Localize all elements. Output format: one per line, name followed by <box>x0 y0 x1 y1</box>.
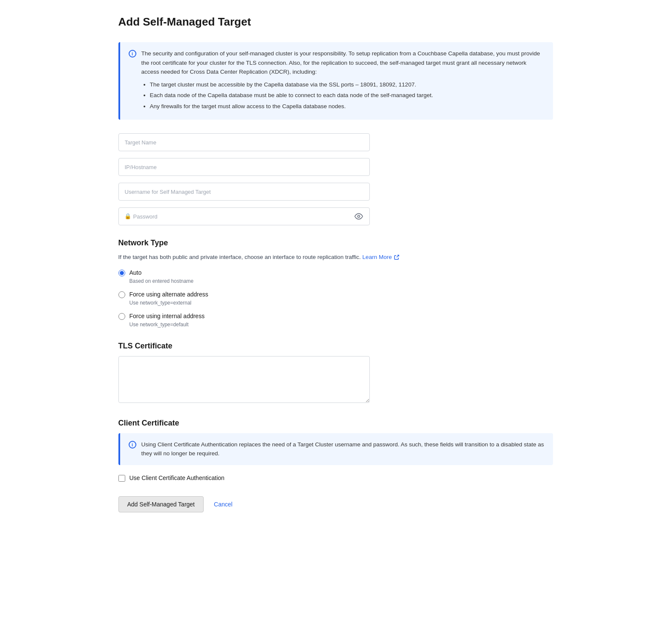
username-input[interactable] <box>118 183 370 201</box>
svg-point-0 <box>357 215 360 217</box>
password-input[interactable] <box>118 207 370 225</box>
tls-certificate-section: TLS Certificate <box>118 340 553 405</box>
client-certificate-title: Client Certificate <box>118 417 553 429</box>
password-group: 🔒 <box>118 207 553 225</box>
client-cert-checkbox-label[interactable]: Use Client Certificate Authentication <box>130 474 225 483</box>
password-toggle-button[interactable] <box>353 210 365 222</box>
radio-internal-label: Force using internal address <box>130 312 205 321</box>
radio-auto-sublabel: Based on entered hostname <box>130 277 194 285</box>
client-cert-info-icon: i <box>129 441 136 448</box>
radio-alternate-sublabel: Use network_type=external <box>130 299 208 307</box>
action-buttons: Add Self-Managed Target Cancel <box>118 496 553 512</box>
network-type-title: Network Type <box>118 237 553 249</box>
radio-internal[interactable]: Force using internal address Use network… <box>118 312 553 328</box>
info-bullet-3: Any firewalls for the target must allow … <box>150 102 544 111</box>
info-bullet-1: The target cluster must be accessible by… <box>150 80 544 89</box>
password-wrapper: 🔒 <box>118 207 370 225</box>
ip-hostname-input[interactable] <box>118 158 370 176</box>
info-banner: i The security and configuration of your… <box>118 42 553 120</box>
radio-alternate[interactable]: Force using alternate address Use networ… <box>118 290 553 307</box>
client-certificate-section: Client Certificate i Using Client Certif… <box>118 417 553 483</box>
client-cert-banner-text: Using Client Certificate Authentication … <box>141 440 544 458</box>
radio-alternate-label: Force using alternate address <box>130 290 208 299</box>
radio-auto-input[interactable] <box>118 270 125 276</box>
info-banner-content: The security and configuration of your s… <box>141 49 544 113</box>
submit-button[interactable]: Add Self-Managed Target <box>118 496 204 512</box>
client-cert-banner: i Using Client Certificate Authenticatio… <box>118 433 553 465</box>
form-section: 🔒 <box>118 133 553 225</box>
client-cert-checkbox[interactable] <box>118 475 125 482</box>
info-bullet-2: Each data node of the Capella database m… <box>150 91 544 100</box>
tls-certificate-textarea[interactable] <box>118 356 370 403</box>
radio-internal-input[interactable] <box>118 313 125 320</box>
target-name-group <box>118 133 553 151</box>
cancel-button[interactable]: Cancel <box>210 497 236 512</box>
radio-auto-label: Auto <box>130 268 194 277</box>
client-cert-checkbox-row: Use Client Certificate Authentication <box>118 474 553 483</box>
radio-auto[interactable]: Auto Based on entered hostname <box>118 268 553 285</box>
external-link-icon <box>394 255 399 260</box>
info-icon: i <box>129 50 136 58</box>
network-type-desc: If the target has both public and privat… <box>118 253 553 262</box>
network-type-radio-group: Auto Based on entered hostname Force usi… <box>118 268 553 328</box>
network-type-section: Network Type If the target has both publ… <box>118 237 553 328</box>
ip-hostname-group <box>118 158 553 176</box>
radio-internal-sublabel: Use network_type=default <box>130 321 205 328</box>
info-bullets: The target cluster must be accessible by… <box>150 80 544 111</box>
eye-icon <box>354 212 363 221</box>
radio-alternate-input[interactable] <box>118 291 125 298</box>
page-title: Add Self-Managed Target <box>118 14 553 30</box>
password-input-container: 🔒 <box>118 207 370 225</box>
target-name-input[interactable] <box>118 133 370 151</box>
learn-more-link[interactable]: Learn More <box>363 254 400 260</box>
username-group <box>118 183 553 201</box>
tls-certificate-title: TLS Certificate <box>118 340 553 352</box>
